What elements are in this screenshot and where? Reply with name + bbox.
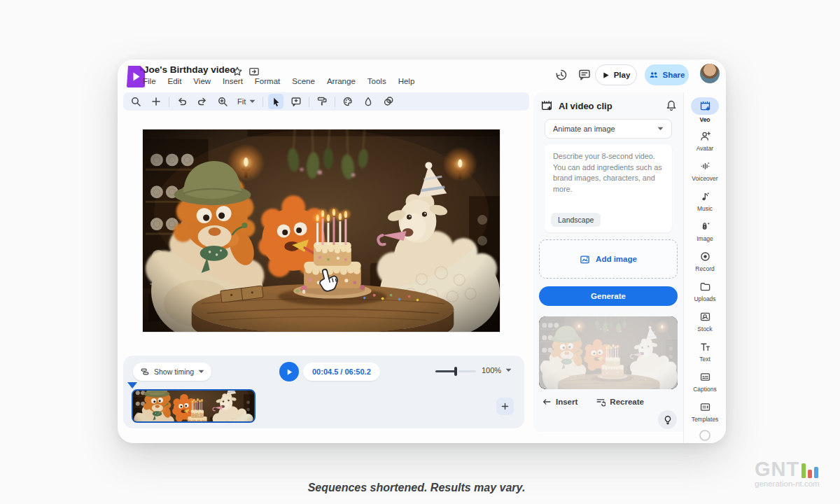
ai-video-clip-panel: AI video clip Animate an image Landscape… xyxy=(533,92,683,432)
lightbulb-icon xyxy=(663,415,673,425)
menu-view[interactable]: View xyxy=(193,77,211,85)
document-title[interactable]: Joe's Birthday video xyxy=(144,64,236,75)
generate-button[interactable]: Generate xyxy=(539,286,678,306)
timing-icon xyxy=(140,367,150,377)
redo-icon[interactable] xyxy=(195,94,210,109)
select-cursor-icon[interactable] xyxy=(268,94,284,109)
insert-button[interactable]: Insert xyxy=(542,397,578,407)
undo-icon[interactable] xyxy=(174,94,190,109)
rail-item-music[interactable]: Music xyxy=(684,186,726,216)
playhead-marker[interactable] xyxy=(127,382,137,388)
toolbar-divider xyxy=(262,97,263,107)
play-icon xyxy=(602,71,610,79)
rail-item-avatar[interactable]: Avatar xyxy=(684,125,726,155)
aspect-ratio-chip[interactable]: Landscape xyxy=(551,213,601,227)
arrow-left-icon xyxy=(542,397,552,407)
add-image-button[interactable]: Add image xyxy=(539,239,678,279)
version-history-icon[interactable] xyxy=(554,68,568,82)
menu-help[interactable]: Help xyxy=(398,77,415,85)
menu-arrange[interactable]: Arrange xyxy=(327,77,356,85)
rail-item-templates[interactable]: Templates xyxy=(684,396,726,426)
rail-item-captions[interactable]: Captions xyxy=(684,366,726,396)
slider-track-filled xyxy=(435,370,455,372)
paint-format-icon[interactable] xyxy=(314,94,330,109)
timeline-zoom-slider[interactable] xyxy=(435,370,476,373)
time-display: 00:04.5 / 06:50.2 xyxy=(303,363,380,381)
toolbar-divider xyxy=(335,97,335,107)
zoom-fit-select[interactable]: Fit xyxy=(235,97,258,106)
panel-header: AI video clip xyxy=(540,99,612,112)
menu-edit[interactable]: Edit xyxy=(168,77,182,85)
rail-item-record[interactable]: Record xyxy=(684,246,726,276)
captions-icon xyxy=(698,370,712,384)
zoom-in-icon[interactable] xyxy=(215,94,230,109)
menu-format[interactable]: Format xyxy=(255,77,280,85)
ai-clip-icon xyxy=(540,99,553,112)
chevron-down-icon xyxy=(249,99,255,104)
star-icon[interactable] xyxy=(232,66,243,77)
transparency-icon[interactable] xyxy=(381,94,396,109)
menubar: File Edit View Insert Format Scene Arran… xyxy=(143,77,414,85)
tips-lightbulb-button[interactable] xyxy=(658,410,677,429)
search-icon[interactable] xyxy=(128,94,144,109)
rail-item-image[interactable]: Image xyxy=(684,216,726,246)
watermark-bar-green xyxy=(802,463,806,478)
templates-icon xyxy=(698,400,712,414)
show-timing-dropdown[interactable]: Show timing xyxy=(133,363,211,381)
slider-handle[interactable] xyxy=(454,367,457,376)
palette-icon[interactable] xyxy=(340,94,356,109)
avatar-add-icon xyxy=(698,130,712,144)
app-window: Joe's Birthday video File Edit View Inse… xyxy=(118,59,726,443)
timeline-zoom-select[interactable]: 100% xyxy=(482,366,512,374)
chevron-down-icon xyxy=(198,370,204,374)
share-button[interactable]: Share xyxy=(645,64,689,85)
people-icon xyxy=(649,70,659,80)
timeline-clip-thumbnail[interactable] xyxy=(132,389,255,423)
slider-track-empty xyxy=(458,370,476,372)
prompt-textarea[interactable] xyxy=(545,144,672,211)
veo-clip-icon xyxy=(691,97,719,115)
menu-scene[interactable]: Scene xyxy=(292,77,315,85)
rail-item-uploads[interactable]: Uploads xyxy=(684,276,726,306)
menu-insert[interactable]: Insert xyxy=(223,77,243,85)
video-canvas[interactable] xyxy=(142,129,500,332)
media-rail: Veo Avatar Voiceover Music Image xyxy=(683,92,726,443)
rail-item-voiceover[interactable]: Voiceover xyxy=(684,155,726,186)
toolbar-divider xyxy=(169,97,169,107)
add-scene-button[interactable] xyxy=(496,398,514,415)
watermark-bar-blue xyxy=(814,467,818,478)
watermark: GNT generation-nt.com xyxy=(755,461,832,488)
notifications-bell-icon[interactable] xyxy=(665,99,678,112)
chevron-down-icon xyxy=(657,127,664,131)
video-scene xyxy=(143,130,500,332)
chevron-down-icon xyxy=(505,368,512,372)
background-icon[interactable] xyxy=(360,94,376,109)
ai-mode-select[interactable]: Animate an image xyxy=(545,119,672,139)
generated-preview-thumbnail[interactable] xyxy=(539,316,678,389)
menu-file[interactable]: File xyxy=(143,77,156,85)
move-folder-icon[interactable] xyxy=(248,66,260,77)
play-presentation-button[interactable]: Play xyxy=(595,64,637,85)
menu-tools[interactable]: Tools xyxy=(368,77,386,85)
timeline-panel: Show timing 00:04.5 / 06:50.2 100% xyxy=(123,356,524,428)
watermark-brand: GNT xyxy=(755,461,799,478)
add-image-icon xyxy=(580,254,590,265)
record-icon xyxy=(698,250,712,264)
rail-overflow-icon xyxy=(698,428,712,442)
disclaimer-caption: Sequences shortened. Results may vary. xyxy=(112,482,721,494)
toolbar-divider xyxy=(309,97,309,107)
edit-toolbar: Fit xyxy=(123,92,529,111)
rail-item-veo[interactable]: Veo xyxy=(684,95,726,125)
rail-item-text[interactable]: Text xyxy=(684,336,726,366)
timeline-play-button[interactable] xyxy=(279,362,299,382)
add-icon[interactable] xyxy=(148,94,164,109)
music-icon xyxy=(698,190,712,204)
play-icon xyxy=(286,368,293,376)
add-comment-icon[interactable] xyxy=(288,94,304,109)
recreate-button[interactable]: Recreate xyxy=(596,397,644,407)
rail-item-stock[interactable]: Stock xyxy=(684,306,726,336)
image-gen-icon xyxy=(698,220,712,234)
account-avatar[interactable] xyxy=(700,64,720,83)
stock-media-icon xyxy=(698,310,712,324)
comments-icon[interactable] xyxy=(578,68,592,82)
